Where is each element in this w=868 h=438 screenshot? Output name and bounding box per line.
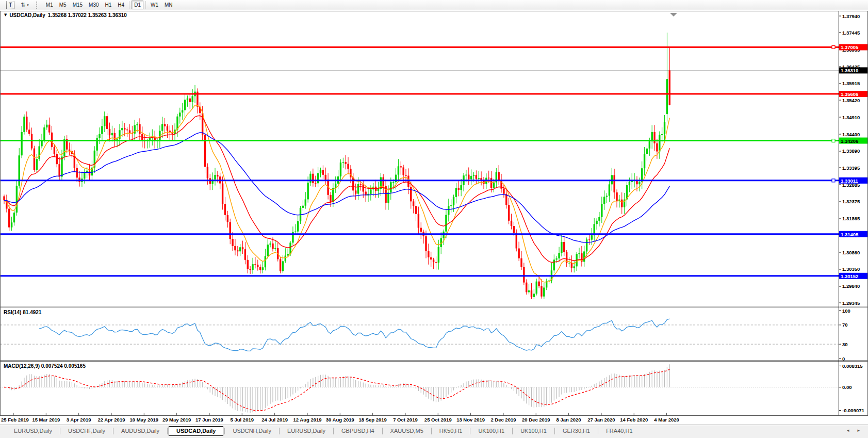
tab-xauusd-m5[interactable]: XAUUSD,M5 [384, 426, 430, 436]
tab-eurusd-daily[interactable]: EURUSD,Daily [7, 426, 59, 436]
svg-text:0.008315: 0.008315 [842, 363, 863, 369]
svg-text:1.35606: 1.35606 [841, 91, 858, 97]
tab-separator [279, 428, 280, 434]
tab-gbpusd-h4[interactable]: GBPUSD,H4 [335, 426, 381, 436]
svg-text:1.33395: 1.33395 [842, 165, 860, 171]
svg-text:1.33890: 1.33890 [842, 148, 860, 154]
svg-text:1.32375: 1.32375 [842, 199, 860, 204]
timeframe-m5[interactable]: M5 [57, 1, 69, 9]
tab-usdchf-daily[interactable]: USDCHF,Daily [61, 426, 112, 436]
date-label: 3 Apr 2019 [67, 417, 91, 423]
tab-separator [512, 428, 513, 434]
tab-separator [113, 428, 113, 434]
timeframe-h1[interactable]: H1 [103, 1, 114, 9]
tab-separator [554, 428, 555, 434]
arrange-icon: ⇅ [21, 2, 25, 9]
toolbar-grip[interactable] [36, 2, 39, 9]
date-label: 27 Jan 2020 [587, 417, 615, 423]
timeframe-d1[interactable]: D1 [132, 1, 143, 9]
tab-usdcad-daily[interactable]: USDCAD,Daily [169, 426, 223, 436]
date-label: 2 Dec 2019 [490, 417, 516, 423]
tab-separator [333, 428, 334, 434]
svg-text:70: 70 [842, 322, 848, 328]
tab-uk100-h1[interactable]: UK100,H1 [514, 426, 553, 436]
tab-uk100-h1[interactable]: UK100,H1 [471, 426, 511, 436]
date-label: 5 Jul 2019 [231, 417, 254, 423]
svg-text:1.35915: 1.35915 [842, 80, 860, 86]
date-label: 14 Feb 2020 [620, 417, 648, 423]
timeframe-m1[interactable]: M1 [43, 1, 56, 9]
svg-text:1.37445: 1.37445 [842, 30, 860, 36]
date-label: 20 Dec 2019 [522, 417, 550, 423]
timeframe-mn[interactable]: MN [162, 1, 175, 9]
svg-text:0: 0 [842, 356, 845, 362]
svg-text:1.37940: 1.37940 [842, 13, 860, 19]
tab-separator [431, 428, 432, 434]
date-label: 24 Jul 2019 [261, 417, 288, 423]
date-label: 4 Mar 2020 [654, 417, 679, 423]
text-label-tool-button[interactable]: T [4, 1, 17, 9]
top-toolbar: T ⇅ ▾ M1M5M15M30H1H4D1W1MN [0, 0, 868, 10]
date-label: 8 Jan 2020 [556, 417, 581, 423]
tab-scroll-left-icon[interactable]: ◂ [847, 428, 849, 433]
timeframe-m30[interactable]: M30 [86, 1, 101, 9]
mt4-app: T ⇅ ▾ M1M5M15M30H1H4D1W1MN 1.379401.3744… [0, 0, 868, 438]
text-tool-icon: T [6, 1, 14, 9]
svg-text:100: 100 [842, 308, 850, 314]
tab-separator [224, 428, 225, 434]
price-chart-canvas[interactable]: 1.379401.374451.369351.364251.359151.354… [0, 11, 868, 416]
svg-text:1.34910: 1.34910 [842, 115, 860, 120]
arrange-windows-button[interactable]: ⇅ ▾ [19, 1, 31, 9]
svg-text:1.34400: 1.34400 [842, 132, 860, 137]
date-label: 12 Aug 2019 [293, 417, 321, 423]
date-label: 17 Jun 2019 [195, 417, 223, 423]
svg-text:1.34206: 1.34206 [841, 138, 858, 144]
date-label: 22 Apr 2019 [97, 417, 125, 423]
svg-text:0.00: 0.00 [842, 384, 852, 390]
tab-hk50-h1[interactable]: HK50,H1 [433, 426, 469, 436]
date-label: 15 Mar 2019 [32, 417, 60, 423]
timeframe-group: M1M5M15M30H1H4D1W1MN [43, 0, 176, 10]
date-label: 18 Sep 2019 [358, 417, 386, 423]
date-label: 25 Feb 2019 [1, 417, 29, 423]
tab-separator [598, 428, 598, 434]
tab-separator [167, 428, 168, 434]
svg-text:1.30860: 1.30860 [842, 250, 860, 255]
date-label: 7 Oct 2019 [393, 417, 418, 423]
date-label: 29 May 2019 [162, 417, 191, 423]
timeframe-w1[interactable]: W1 [148, 1, 161, 9]
svg-text:1.37005: 1.37005 [841, 44, 859, 50]
svg-text:1.30152: 1.30152 [841, 273, 858, 279]
date-axis[interactable]: 25 Feb 201915 Mar 20193 Apr 201922 Apr 2… [0, 416, 868, 425]
tab-ger30-h1[interactable]: GER30,H1 [556, 426, 597, 436]
svg-text:1.30350: 1.30350 [842, 266, 860, 272]
date-label: 10 May 2019 [130, 417, 158, 423]
svg-text:1.33011: 1.33011 [841, 178, 859, 184]
dropdown-caret-icon: ▾ [27, 3, 29, 7]
svg-text:1.31405: 1.31405 [841, 232, 859, 237]
date-label: 13 Nov 2019 [456, 417, 485, 423]
timeframe-m15[interactable]: M15 [70, 1, 85, 9]
chart-tab-bar: EURUSD,DailyUSDCHF,DailyAUDUSD,DailyUSDC… [0, 425, 868, 438]
tab-usdcnh-daily[interactable]: USDCNH,Daily [226, 426, 278, 436]
date-label: 25 Oct 2019 [424, 417, 452, 423]
date-label: 30 Aug 2019 [326, 417, 354, 423]
svg-text:30: 30 [842, 342, 848, 347]
svg-text:-0.009071: -0.009071 [842, 408, 865, 413]
svg-text:1.29840: 1.29840 [842, 283, 860, 289]
svg-text:1.36310: 1.36310 [841, 68, 858, 73]
tab-separator [382, 428, 383, 434]
tab-scroll-right-icon[interactable]: ▸ [857, 428, 860, 433]
timeframe-h4[interactable]: H4 [115, 1, 127, 9]
svg-text:1.29345: 1.29345 [842, 300, 860, 306]
svg-text:1.31865: 1.31865 [842, 216, 860, 221]
tab-audusd-daily[interactable]: AUDUSD,Daily [114, 426, 166, 436]
svg-text:1.35420: 1.35420 [842, 98, 860, 103]
tab-separator [470, 428, 470, 434]
tab-separator [60, 428, 60, 434]
tab-fra40-h1[interactable]: FRA40,H1 [599, 426, 639, 436]
tab-eurusd-daily[interactable]: EURUSD,Daily [281, 426, 332, 436]
